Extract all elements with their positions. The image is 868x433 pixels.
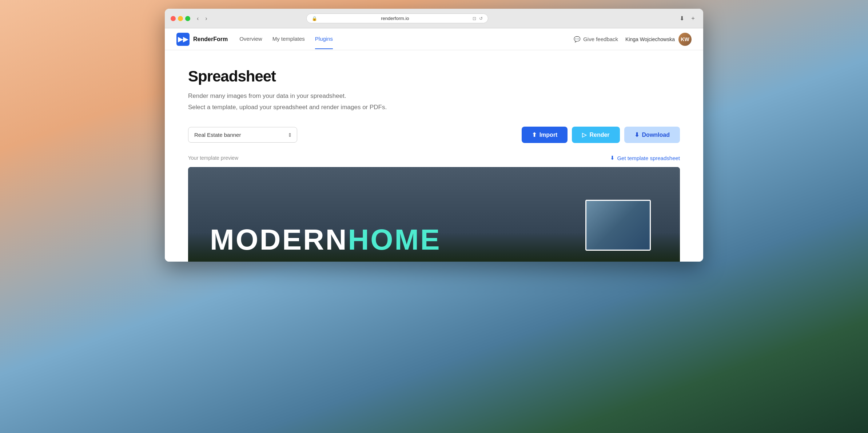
brand-logo-area[interactable]: ▶▶ RenderForm bbox=[176, 33, 228, 46]
address-bar[interactable]: 🔒 renderform.io ⊡ ↺ bbox=[306, 13, 488, 23]
render-icon: ▷ bbox=[582, 131, 586, 138]
template-preview-area: MODERNHOME bbox=[188, 167, 680, 262]
template-select[interactable]: Real Estate banner Social Media Post Pro… bbox=[188, 127, 297, 143]
page-desc-1: Render many images from your data in you… bbox=[188, 91, 680, 101]
logo-arrows-icon: ▶▶ bbox=[178, 35, 188, 43]
nav-plugins[interactable]: Plugins bbox=[315, 36, 333, 49]
nav-right: 💬 Give feedback Kinga Wojciechowska KW bbox=[574, 33, 692, 46]
import-button[interactable]: ⬆ Import bbox=[522, 127, 568, 143]
close-button[interactable] bbox=[171, 16, 176, 21]
action-buttons: ⬆ Import ▷ Render ⬇ Download bbox=[522, 127, 680, 143]
page-title: Spreadsheet bbox=[188, 68, 680, 85]
avatar-initials: KW bbox=[681, 36, 689, 42]
user-name: Kinga Wojciechowska bbox=[625, 36, 675, 42]
feedback-icon: 💬 bbox=[574, 36, 581, 43]
preview-home-word: HOME bbox=[348, 223, 441, 256]
preview-title-text: MODERNHOME bbox=[210, 225, 441, 254]
translate-icon: ⊡ bbox=[473, 16, 476, 21]
page-desc-2: Select a template, upload your spreadshe… bbox=[188, 102, 680, 112]
feedback-label: Give feedback bbox=[583, 36, 618, 42]
render-button[interactable]: ▷ Render bbox=[572, 127, 620, 143]
back-button[interactable]: ‹ bbox=[195, 15, 201, 23]
preview-label: Your template preview bbox=[188, 155, 238, 161]
preview-image-card bbox=[585, 200, 651, 251]
forward-button[interactable]: › bbox=[203, 15, 209, 23]
preview-content: MODERNHOME bbox=[188, 167, 680, 262]
preview-modern-word: MODERN bbox=[210, 223, 348, 256]
browser-download-button[interactable]: ⬇ bbox=[678, 13, 686, 23]
brand-logo-icon: ▶▶ bbox=[176, 33, 190, 46]
page-main: Spreadsheet Render many images from your… bbox=[165, 50, 703, 262]
template-select-wrapper: Real Estate banner Social Media Post Pro… bbox=[188, 127, 297, 143]
download-label: Download bbox=[642, 132, 670, 138]
url-display: renderform.io bbox=[320, 16, 470, 21]
get-template-spreadsheet-link[interactable]: ⬇ Get template spreadsheet bbox=[610, 155, 680, 161]
lock-icon: 🔒 bbox=[312, 16, 317, 21]
nav-links: Overview My templates Plugins bbox=[239, 36, 333, 43]
spreadsheet-link-label: Get template spreadsheet bbox=[617, 155, 680, 161]
import-icon: ⬆ bbox=[532, 131, 537, 138]
browser-window: ‹ › 🔒 renderform.io ⊡ ↺ ⬇ ＋ ▶▶ RenderFor… bbox=[165, 9, 703, 262]
download-icon: ⬇ bbox=[634, 131, 639, 138]
app-content: ▶▶ RenderForm Overview My templates Plug… bbox=[165, 28, 703, 262]
traffic-lights bbox=[171, 16, 190, 21]
maximize-button[interactable] bbox=[185, 16, 190, 21]
browser-titlebar: ‹ › 🔒 renderform.io ⊡ ↺ ⬇ ＋ bbox=[165, 9, 703, 28]
download-button[interactable]: ⬇ Download bbox=[624, 127, 680, 143]
nav-overview[interactable]: Overview bbox=[239, 36, 262, 43]
brand-name: RenderForm bbox=[193, 36, 228, 43]
browser-new-tab-button[interactable]: ＋ bbox=[689, 13, 697, 24]
controls-row: Real Estate banner Social Media Post Pro… bbox=[188, 127, 680, 143]
spreadsheet-download-icon: ⬇ bbox=[610, 155, 615, 161]
minimize-button[interactable] bbox=[178, 16, 183, 21]
preview-header: Your template preview ⬇ Get template spr… bbox=[188, 155, 680, 161]
preview-card-image bbox=[586, 201, 650, 250]
refresh-icon: ↺ bbox=[479, 16, 483, 21]
give-feedback-button[interactable]: 💬 Give feedback bbox=[574, 36, 618, 43]
app-nav: ▶▶ RenderForm Overview My templates Plug… bbox=[165, 28, 703, 50]
browser-nav-buttons: ‹ › bbox=[195, 15, 210, 23]
render-label: Render bbox=[589, 132, 609, 138]
import-label: Import bbox=[539, 132, 558, 138]
user-section[interactable]: Kinga Wojciechowska KW bbox=[625, 33, 692, 46]
nav-my-templates[interactable]: My templates bbox=[272, 36, 305, 43]
browser-actions: ⬇ ＋ bbox=[678, 13, 697, 24]
user-avatar: KW bbox=[678, 33, 692, 46]
